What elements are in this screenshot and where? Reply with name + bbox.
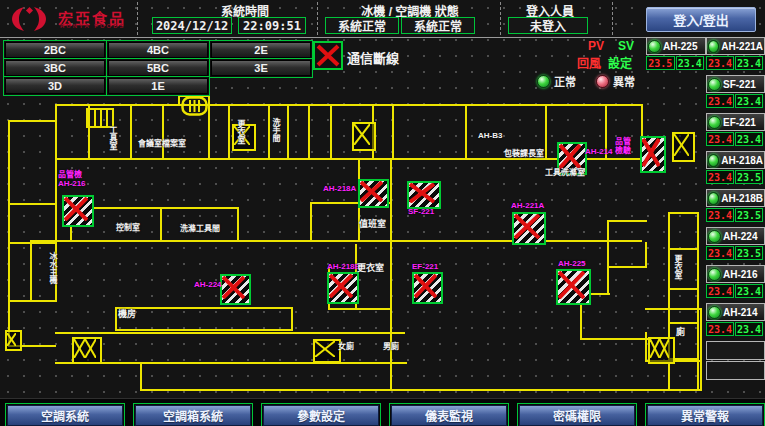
login-status-value: 未登入 xyxy=(508,17,588,34)
elevator-icon xyxy=(181,96,208,116)
nav-alarm[interactable]: 異常警報 xyxy=(645,403,765,426)
room-label: 包裝課長室 xyxy=(504,149,544,158)
ahu-map-label: 品管 檢驗 xyxy=(615,137,631,155)
ahu-alarm-icon[interactable] xyxy=(220,274,251,305)
wall-segment xyxy=(668,322,698,324)
unit-status-row[interactable]: AH-216 xyxy=(706,265,765,283)
login-logout-button[interactable]: 登入/登出 xyxy=(646,7,756,32)
unit-status-row[interactable]: AH-214 xyxy=(706,303,765,321)
ahu-map-label: 品管檢 AH-216 xyxy=(58,170,86,188)
ahu-alarm-icon[interactable] xyxy=(327,272,359,304)
header-divider xyxy=(317,2,318,35)
system-date-value: 2024/12/12 xyxy=(152,17,232,34)
sv-header: SV xyxy=(618,39,634,53)
unit-sv-value: 23.4 xyxy=(735,132,763,146)
ahu-map-label: AH-221A xyxy=(511,201,544,210)
wall-segment xyxy=(291,307,293,331)
floor-plan: 品管檢 AH-216AH-224AH-218ASF-221AH-218BEF-2… xyxy=(0,92,765,398)
wall-segment xyxy=(8,300,56,302)
nav-ahu-system[interactable]: 空調箱系統 xyxy=(133,403,253,426)
floor-button-5bc[interactable]: 5BC xyxy=(106,58,210,78)
abnormal-led-icon xyxy=(596,75,609,88)
room-label: 更衣室 xyxy=(673,255,682,279)
unit-pv-value: 23.4 xyxy=(706,170,734,184)
room-label: 工具洗滌室 xyxy=(545,168,585,177)
unit-sv-value: 23.5 xyxy=(735,246,763,260)
floor-button-2bc[interactable]: 2BC xyxy=(3,40,107,60)
unit-sv-value: 23.4 xyxy=(735,322,763,336)
wall-segment xyxy=(115,307,293,309)
legend-normal: 正常 xyxy=(537,73,576,89)
floor-button-4bc[interactable]: 4BC xyxy=(106,40,210,60)
ahu-alarm-icon[interactable] xyxy=(640,136,666,173)
wall-segment xyxy=(208,104,210,160)
header-divider xyxy=(612,2,613,35)
wall-segment xyxy=(88,104,90,160)
unit-pv-sv-values: 23.423.5 xyxy=(706,208,763,222)
unit-led-icon xyxy=(708,306,721,319)
comm-loss-label: 通信斷線 xyxy=(347,48,399,67)
unit-pv-value: 23.4 xyxy=(706,132,734,146)
room-label: 會議室檔案室 xyxy=(138,139,186,148)
empty-status-slot xyxy=(706,361,765,380)
wall-segment xyxy=(668,248,698,250)
stairwell-icon xyxy=(313,339,341,363)
floor-button-3bc[interactable]: 3BC xyxy=(3,58,107,78)
ahu-alarm-icon[interactable] xyxy=(62,195,94,227)
unit-led-icon xyxy=(708,230,721,243)
floor-button-2e[interactable]: 2E xyxy=(209,40,313,60)
nav-password[interactable]: 密碼權限 xyxy=(517,403,637,426)
ahu-alarm-icon[interactable] xyxy=(412,272,443,304)
wall-segment xyxy=(55,158,642,160)
wall-segment xyxy=(8,120,10,303)
ahu-map-label: AH-224 xyxy=(194,280,222,289)
unit-status-row[interactable]: AH-218A xyxy=(706,151,765,169)
pv-header: PV xyxy=(588,39,604,53)
wall-segment xyxy=(130,104,132,160)
room-label: 冰水主機 xyxy=(48,252,57,284)
unit-status-row[interactable]: AH-218B xyxy=(706,189,765,207)
unit-pv-value: 23.4 xyxy=(706,246,734,260)
unit-pv-value: 23.4 xyxy=(706,322,734,336)
ahu-map-label: EF-221 xyxy=(412,262,438,271)
wall-segment xyxy=(140,389,702,391)
ahu-alarm-icon[interactable] xyxy=(512,212,546,245)
logo-subtitle: HUNYA FOODS xyxy=(60,23,126,29)
wall-segment xyxy=(115,307,117,331)
room-label: 女廁 xyxy=(338,342,354,351)
ahu-alarm-icon[interactable] xyxy=(407,181,441,209)
stairwell-icon xyxy=(648,337,675,364)
ahu-alarm-icon[interactable] xyxy=(358,179,389,208)
wall-segment xyxy=(390,160,392,390)
unit-status-row[interactable]: AH-224 xyxy=(706,227,765,245)
floor-button-3e[interactable]: 3E xyxy=(209,58,313,78)
unit-status-row[interactable]: AH-221A xyxy=(706,37,765,55)
unit-status-row[interactable]: AH-225 xyxy=(646,37,706,55)
ahu-alarm-icon[interactable] xyxy=(556,269,591,305)
unit-status-row[interactable]: SF-221 xyxy=(706,75,765,93)
wall-segment xyxy=(30,242,32,302)
unit-pv-sv-values: 23.423.5 xyxy=(706,170,763,184)
wall-segment xyxy=(140,362,142,391)
unit-led-icon xyxy=(708,116,721,129)
nav-ac-system[interactable]: 空調系統 xyxy=(5,403,125,426)
unit-status-row[interactable]: EF-221 xyxy=(706,113,765,131)
empty-status-slot xyxy=(706,341,765,360)
wall-segment xyxy=(330,104,332,160)
nav-meters[interactable]: 儀表監視 xyxy=(389,403,509,426)
floor-button-3d[interactable]: 3D xyxy=(3,76,107,96)
comm-loss-icon xyxy=(313,41,343,70)
ac-status-value: 系統正常 xyxy=(401,17,475,34)
floor-button-1e[interactable]: 1E xyxy=(106,76,210,96)
wall-segment xyxy=(8,242,56,244)
nav-parameters[interactable]: 參數設定 xyxy=(261,403,381,426)
unit-led-icon xyxy=(648,40,661,53)
unit-led-icon xyxy=(708,78,721,91)
unit-pv-value: 23.4 xyxy=(706,56,734,70)
unit-sv-value: 23.4 xyxy=(735,94,763,108)
header-divider xyxy=(137,2,138,35)
bottom-navbar: 空調系統 空調箱系統 參數設定 儀表監視 密碼權限 異常警報 xyxy=(0,398,765,426)
stairwell-icon xyxy=(72,337,102,364)
wall-segment xyxy=(607,220,609,268)
unit-led-icon xyxy=(708,268,721,281)
